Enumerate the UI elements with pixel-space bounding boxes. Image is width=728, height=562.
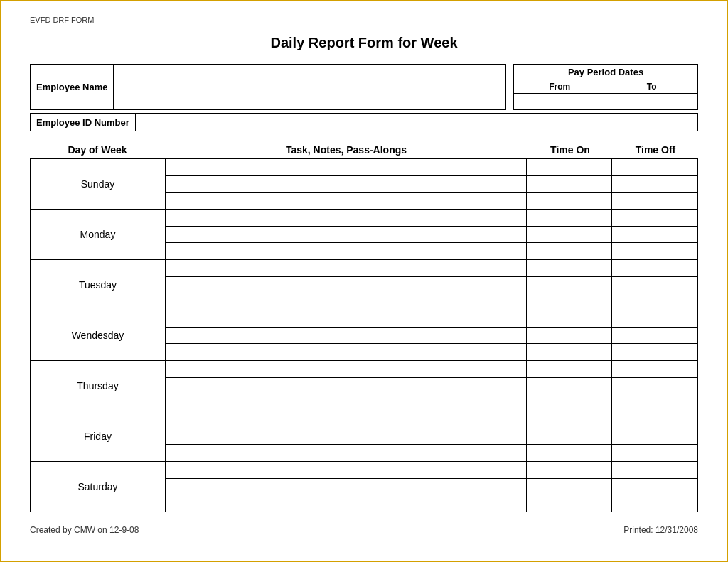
time-on-subrow[interactable] (527, 394, 611, 411)
task-subrow[interactable] (166, 344, 526, 360)
time-on-cell[interactable] (527, 462, 612, 512)
time-on-subrow[interactable] (527, 445, 611, 461)
time-on-cell[interactable] (527, 210, 612, 259)
time-off-subrow[interactable] (612, 176, 697, 193)
time-off-cell[interactable] (612, 159, 697, 209)
time-on-subrow[interactable] (527, 344, 611, 360)
employee-id-label: Employee ID Number (30, 113, 136, 131)
tasks-cell[interactable] (166, 159, 527, 209)
task-subrow[interactable] (166, 328, 526, 345)
time-on-subrow[interactable] (527, 293, 611, 310)
time-on-cell[interactable] (527, 310, 612, 360)
time-off-cell[interactable] (612, 260, 697, 310)
task-subrow[interactable] (166, 411, 526, 428)
time-off-cell[interactable] (612, 310, 697, 360)
time-off-subrow[interactable] (612, 361, 697, 378)
pay-period-to-input[interactable] (606, 94, 698, 109)
pay-period-from-input[interactable] (514, 94, 606, 109)
task-subrow[interactable] (166, 176, 526, 193)
task-subrow[interactable] (166, 394, 526, 411)
tasks-cell[interactable] (166, 411, 527, 461)
time-off-subrow[interactable] (612, 260, 697, 277)
tasks-cell[interactable] (166, 310, 527, 360)
employee-id-row: Employee ID Number (30, 113, 698, 131)
task-subrow[interactable] (166, 277, 526, 294)
time-off-subrow[interactable] (612, 428, 697, 445)
footer: Created by CMW on 12-9-08 Printed: 12/31… (30, 525, 698, 535)
time-on-cell[interactable] (527, 361, 612, 411)
time-off-subrow[interactable] (612, 479, 697, 496)
time-on-subrow[interactable] (527, 159, 611, 176)
task-subrow[interactable] (166, 260, 526, 277)
task-subrow[interactable] (166, 462, 526, 479)
time-on-subrow[interactable] (527, 277, 611, 294)
employee-id-input[interactable] (136, 113, 698, 131)
task-subrow[interactable] (166, 495, 526, 512)
employee-name-input[interactable] (114, 64, 506, 110)
time-on-subrow[interactable] (527, 310, 611, 328)
time-off-subrow[interactable] (612, 411, 697, 428)
time-off-cell[interactable] (612, 462, 697, 512)
time-on-subrow[interactable] (527, 227, 611, 244)
task-subrow[interactable] (166, 378, 526, 395)
time-off-subrow[interactable] (612, 394, 697, 411)
tasks-cell[interactable] (166, 462, 527, 512)
day-label: Thursday (31, 361, 166, 411)
time-on-subrow[interactable] (527, 176, 611, 193)
time-on-subrow[interactable] (527, 361, 611, 378)
task-subrow[interactable] (166, 227, 526, 244)
table-row: Wendesday (31, 310, 697, 361)
tasks-cell[interactable] (166, 260, 527, 310)
table-row: Monday (31, 210, 697, 260)
task-subrow[interactable] (166, 428, 526, 445)
time-off-subrow[interactable] (612, 243, 697, 259)
time-off-cell[interactable] (612, 361, 697, 411)
table-row: Tuesday (31, 260, 697, 310)
task-subrow[interactable] (166, 210, 526, 227)
time-off-subrow[interactable] (612, 378, 697, 395)
time-on-cell[interactable] (527, 260, 612, 310)
time-on-subrow[interactable] (527, 328, 611, 345)
task-subrow[interactable] (166, 445, 526, 461)
time-off-subrow[interactable] (612, 462, 697, 479)
time-on-subrow[interactable] (527, 428, 611, 445)
time-on-subrow[interactable] (527, 378, 611, 395)
time-off-subrow[interactable] (612, 193, 697, 209)
time-off-subrow[interactable] (612, 159, 697, 176)
task-subrow[interactable] (166, 193, 526, 209)
time-off-subrow[interactable] (612, 277, 697, 294)
pay-period-labels-row: From To (514, 80, 697, 93)
time-off-cell[interactable] (612, 210, 697, 259)
time-off-subrow[interactable] (612, 344, 697, 360)
table-row: Sunday (31, 159, 697, 210)
time-on-subrow[interactable] (527, 411, 611, 428)
col-day-header: Day of Week (30, 144, 165, 156)
time-on-subrow[interactable] (527, 193, 611, 209)
task-subrow[interactable] (166, 243, 526, 259)
task-subrow[interactable] (166, 293, 526, 310)
time-off-subrow[interactable] (612, 310, 697, 328)
tasks-cell[interactable] (166, 361, 527, 411)
time-on-subrow[interactable] (527, 495, 611, 512)
time-on-cell[interactable] (527, 411, 612, 461)
time-off-subrow[interactable] (612, 210, 697, 227)
time-off-cell[interactable] (612, 411, 697, 461)
task-subrow[interactable] (166, 159, 526, 176)
task-subrow[interactable] (166, 479, 526, 496)
tasks-cell[interactable] (166, 210, 527, 259)
task-subrow[interactable] (166, 310, 526, 328)
time-on-subrow[interactable] (527, 243, 611, 259)
time-on-subrow[interactable] (527, 462, 611, 479)
time-on-subrow[interactable] (527, 479, 611, 496)
col-timeon-header: Time On (528, 144, 613, 156)
time-off-subrow[interactable] (612, 445, 697, 461)
time-off-subrow[interactable] (612, 293, 697, 310)
time-off-subrow[interactable] (612, 328, 697, 345)
task-subrow[interactable] (166, 361, 526, 378)
time-off-subrow[interactable] (612, 495, 697, 512)
time-off-subrow[interactable] (612, 227, 697, 244)
time-on-cell[interactable] (527, 159, 612, 209)
time-on-subrow[interactable] (527, 210, 611, 227)
footer-printed: Printed: 12/31/2008 (623, 525, 698, 535)
time-on-subrow[interactable] (527, 260, 611, 277)
